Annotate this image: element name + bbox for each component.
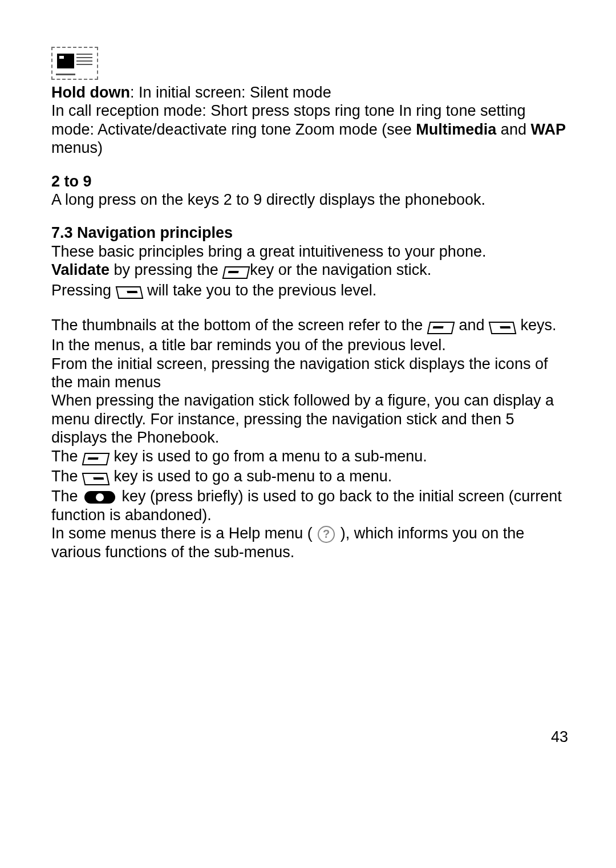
keys-2-to-9-text: A long press on the keys 2 to 9 directly… — [51, 190, 570, 209]
page-number: 43 — [551, 728, 568, 746]
pressing-line: Pressing will take you to the previous l… — [51, 281, 570, 301]
left-key-text: key is used to go from a menu to a sub-m… — [110, 448, 427, 465]
right-softkey-icon — [82, 473, 110, 485]
right-key-text: key is used to go a sub-menu to a menu. — [110, 468, 392, 485]
wap-label: WAP — [530, 121, 566, 138]
help-menu-line: In some menus there is a Help menu ( ? )… — [51, 524, 570, 561]
left-softkey-icon — [222, 266, 250, 279]
keys-2-to-9-heading: 2 to 9 — [51, 172, 570, 190]
end-call-key-icon — [84, 491, 115, 504]
thumbnails-line: The thumbnails at the bottom of the scre… — [51, 316, 570, 336]
navigation-intro: These basic principles bring a great int… — [51, 242, 570, 261]
end-key-text: key (press briefly) is used to go back t… — [51, 488, 562, 523]
hold-down-paragraph: Hold down: In initial screen: Silent mod… — [51, 83, 570, 102]
left-softkey-icon — [82, 453, 110, 465]
left-softkey-icon — [427, 322, 455, 334]
validate-text-a: by pressing the — [110, 261, 222, 278]
title-bar-line: In the menus, a title bar reminds you of… — [51, 336, 570, 354]
help-text-a: In some menus there is a Help menu ( — [51, 525, 317, 542]
hold-down-label: Hold down — [51, 84, 130, 101]
thumbs-text-b: keys. — [516, 317, 557, 334]
left-key-line: The key is used to go from a menu to a s… — [51, 447, 570, 467]
the-text-1: The — [51, 448, 82, 465]
pressing-text-a: Pressing — [51, 282, 116, 299]
figure-line: When pressing the navigation stick follo… — [51, 391, 570, 447]
and-text: and — [496, 121, 530, 138]
right-softkey-icon — [115, 286, 143, 299]
validate-line: Validate by pressing the key or the navi… — [51, 261, 570, 281]
hold-down-detail: In call reception mode: Short press stop… — [51, 102, 570, 157]
help-question-icon: ? — [318, 526, 335, 543]
thumbs-text-a: The thumbnails at the bottom of the scre… — [51, 317, 427, 334]
multimedia-label: Multimedia — [416, 121, 496, 138]
validate-label: Validate — [51, 261, 110, 278]
right-key-line: The key is used to go a sub-menu to a me… — [51, 467, 570, 487]
hold-down-text: : In initial screen: Silent mode — [130, 84, 331, 101]
the-text-2: The — [51, 468, 82, 485]
thumbs-and-text: and — [455, 317, 489, 334]
phone-screen-thumbnail-icon — [51, 47, 98, 80]
the-text-3: The — [51, 488, 82, 505]
initial-screen-line: From the initial screen, pressing the na… — [51, 355, 570, 392]
manual-page: Hold down: In initial screen: Silent mod… — [0, 0, 616, 868]
pressing-text-b: will take you to the previous level. — [143, 282, 377, 299]
right-softkey-icon — [489, 322, 517, 334]
navigation-heading: 7.3 Navigation principles — [51, 224, 570, 242]
hold-down-detail-b: menus) — [51, 139, 103, 156]
validate-text-b: key or the navigation stick. — [250, 261, 431, 278]
end-key-line: The key (press briefly) is used to go ba… — [51, 487, 570, 524]
